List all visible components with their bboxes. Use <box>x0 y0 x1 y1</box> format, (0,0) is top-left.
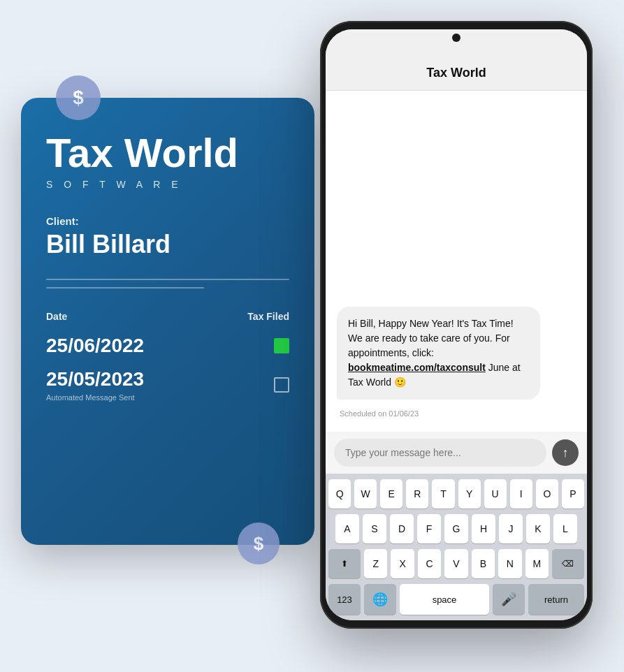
client-label: Client: <box>46 215 289 227</box>
dollar-icon-bottom: $ <box>238 523 280 564</box>
key-q[interactable]: Q <box>328 479 351 509</box>
divider-line-2 <box>46 287 204 288</box>
phone: Tax World Hi Bill, Happy New Year! It's … <box>320 21 593 629</box>
key-t[interactable]: T <box>432 479 454 509</box>
keyboard-row-3: ⬆ Z X C V B N M ⌫ <box>328 549 584 578</box>
key-c[interactable]: C <box>418 549 441 578</box>
key-a[interactable]: A <box>335 514 359 543</box>
key-j[interactable]: J <box>499 514 523 543</box>
send-button[interactable]: ↑ <box>552 439 579 466</box>
card-subtitle: S O F T W A R E <box>46 179 289 190</box>
table-header: Date Tax Filed <box>46 311 289 322</box>
send-arrow-icon: ↑ <box>563 446 569 459</box>
keyboard-row-2: A S D F G H J K L <box>328 514 584 543</box>
tax-card: $ Tax World S O F T W A R E Client: Bill… <box>21 98 314 545</box>
key-v[interactable]: V <box>444 549 467 578</box>
date-2: 25/05/2023 <box>46 368 144 390</box>
key-u[interactable]: U <box>484 479 507 509</box>
key-shift[interactable]: ⬆ <box>328 549 361 578</box>
key-p[interactable]: P <box>562 479 584 509</box>
client-name: Bill Billard <box>46 230 289 259</box>
key-123[interactable]: 123 <box>328 584 361 615</box>
message-text-1: Hi Bill, Happy New Year! It's Tax Time! … <box>348 318 514 358</box>
key-backspace[interactable]: ⌫ <box>552 549 584 578</box>
key-n[interactable]: N <box>498 549 521 578</box>
key-e[interactable]: E <box>380 479 402 509</box>
message-area: Hi Bill, Happy New Year! It's Tax Time! … <box>326 91 587 432</box>
key-y[interactable]: Y <box>458 479 481 509</box>
divider-line-1 <box>46 279 289 280</box>
key-h[interactable]: H <box>472 514 495 543</box>
scene: $ Tax World S O F T W A R E Client: Bill… <box>0 0 624 672</box>
table-row-1: 25/06/2022 <box>46 335 289 357</box>
message-bubble: Hi Bill, Happy New Year! It's Tax Time! … <box>337 307 540 400</box>
key-l[interactable]: L <box>553 514 577 543</box>
check-filed-2 <box>274 377 289 393</box>
key-i[interactable]: I <box>510 479 532 509</box>
divider-lines <box>46 279 289 288</box>
key-return[interactable]: return <box>528 584 584 615</box>
key-w[interactable]: W <box>354 479 377 509</box>
key-g[interactable]: G <box>444 514 468 543</box>
date-1: 25/06/2022 <box>46 335 144 357</box>
keyboard-row-bottom: 123 🌐 space 🎤 return <box>328 584 584 615</box>
key-k[interactable]: K <box>526 514 550 543</box>
key-mic[interactable]: 🎤 <box>493 584 525 615</box>
key-space[interactable]: space <box>400 584 489 615</box>
message-link[interactable]: bookmeatime.com/taxconsult <box>348 362 486 373</box>
date-2-group: 25/05/2023 Automated Message Sent <box>46 368 144 402</box>
input-row: ↑ <box>334 439 579 467</box>
message-input[interactable] <box>334 439 546 467</box>
col-tax-filed-header: Tax Filed <box>247 311 289 322</box>
input-area: ↑ <box>326 432 587 474</box>
col-date-header: Date <box>46 311 67 322</box>
key-z[interactable]: Z <box>364 549 387 578</box>
key-m[interactable]: M <box>525 549 549 578</box>
phone-screen: Tax World Hi Bill, Happy New Year! It's … <box>326 29 587 620</box>
check-filed-1 <box>274 338 289 353</box>
key-b[interactable]: B <box>472 549 495 578</box>
key-r[interactable]: R <box>406 479 428 509</box>
keyboard-row-1: Q W E R T Y U I O P <box>328 479 584 509</box>
dollar-icon-top: $ <box>56 75 101 120</box>
message-text: Hi Bill, Happy New Year! It's Tax Time! … <box>348 316 529 390</box>
card-title: Tax World <box>46 133 289 173</box>
keyboard: Q W E R T Y U I O P A S D F G <box>326 474 587 620</box>
key-s[interactable]: S <box>363 514 386 543</box>
key-globe[interactable]: 🌐 <box>364 584 396 615</box>
key-f[interactable]: F <box>417 514 441 543</box>
app-title: Tax World <box>340 66 573 80</box>
key-d[interactable]: D <box>390 514 414 543</box>
key-x[interactable]: X <box>391 549 414 578</box>
phone-notch <box>452 34 460 42</box>
automated-msg: Automated Message Sent <box>46 393 144 402</box>
key-o[interactable]: O <box>536 479 558 509</box>
table-row-2: 25/05/2023 Automated Message Sent <box>46 368 289 402</box>
scheduled-text: Scheduled on 01/06/23 <box>340 409 576 418</box>
